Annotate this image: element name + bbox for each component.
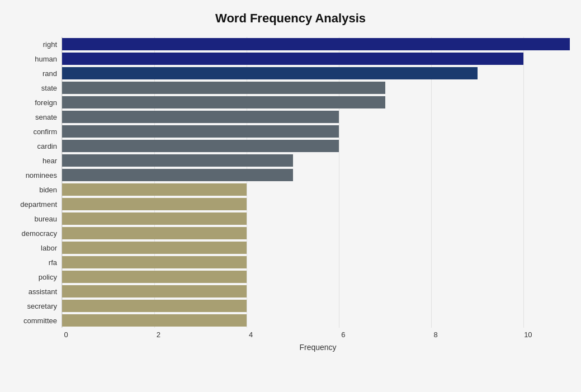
- bar-row: [62, 37, 570, 51]
- bar: [62, 242, 247, 254]
- bar-row: [62, 255, 570, 270]
- x-tick: 8: [433, 330, 437, 339]
- x-tick: 4: [249, 330, 253, 339]
- bar-row: [62, 299, 570, 313]
- x-tick: 6: [341, 330, 345, 339]
- bar: [62, 82, 385, 94]
- chart-title: Word Frequency Analysis: [11, 11, 570, 26]
- bar: [62, 38, 570, 50]
- bar: [62, 183, 247, 196]
- bar: [62, 256, 247, 268]
- bar: [62, 96, 385, 108]
- y-label: assistant: [29, 288, 57, 295]
- bar-row: [62, 81, 570, 95]
- y-label: state: [41, 84, 57, 92]
- y-label: policy: [39, 273, 57, 281]
- bar: [62, 154, 293, 167]
- bar-row: [62, 284, 570, 299]
- bar-row: [62, 139, 570, 153]
- x-tick: 2: [157, 330, 160, 339]
- bar-row: [62, 182, 570, 197]
- y-label: right: [43, 41, 57, 48]
- chart-area: righthumanrandstateforeignsenateconfirmc…: [11, 37, 570, 351]
- y-labels: righthumanrandstateforeignsenateconfirmc…: [11, 37, 62, 328]
- y-label: committee: [23, 317, 57, 324]
- bar-row: [62, 313, 570, 328]
- y-label: foreign: [35, 99, 57, 106]
- bar: [62, 300, 247, 312]
- bar: [62, 227, 247, 239]
- y-label: senate: [35, 114, 57, 121]
- bar: [62, 198, 247, 210]
- y-label: human: [35, 55, 57, 63]
- x-tick: 0: [64, 330, 68, 339]
- y-label: rfa: [49, 259, 57, 266]
- y-label: nominees: [26, 172, 57, 179]
- bar-row: [62, 240, 570, 255]
- y-label: labor: [41, 244, 57, 252]
- x-tick: 10: [524, 330, 532, 339]
- chart-inner: righthumanrandstateforeignsenateconfirmc…: [11, 37, 570, 328]
- bar: [62, 285, 247, 297]
- bar: [62, 212, 247, 225]
- y-label: cardin: [37, 143, 57, 150]
- bar-row: [62, 124, 570, 139]
- x-axis-label: Frequency: [66, 343, 570, 352]
- y-label: democracy: [21, 230, 57, 237]
- y-label: biden: [39, 186, 57, 193]
- y-label: bureau: [35, 215, 57, 223]
- bar: [62, 314, 247, 327]
- y-label: confirm: [33, 128, 57, 135]
- bar-row: [62, 168, 570, 182]
- y-label: rand: [42, 70, 57, 77]
- bar-row: [62, 66, 570, 81]
- bar: [62, 169, 293, 181]
- bar: [62, 125, 339, 138]
- y-label: department: [20, 201, 57, 208]
- bars-area: [62, 37, 570, 328]
- bar-row: [62, 153, 570, 168]
- bar: [62, 140, 339, 152]
- bar: [62, 53, 523, 65]
- bar-row: [62, 226, 570, 240]
- bar-row: [62, 95, 570, 110]
- bar-row: [62, 51, 570, 66]
- bar: [62, 111, 339, 123]
- chart-container: Word Frequency Analysis righthumanrandst…: [0, 0, 581, 392]
- bar-row: [62, 211, 570, 226]
- bar-row: [62, 110, 570, 124]
- bar-row: [62, 197, 570, 211]
- bar: [62, 271, 247, 283]
- bar-row: [62, 270, 570, 284]
- y-label: secretary: [27, 303, 57, 310]
- y-label: hear: [42, 157, 57, 164]
- bar: [62, 67, 478, 79]
